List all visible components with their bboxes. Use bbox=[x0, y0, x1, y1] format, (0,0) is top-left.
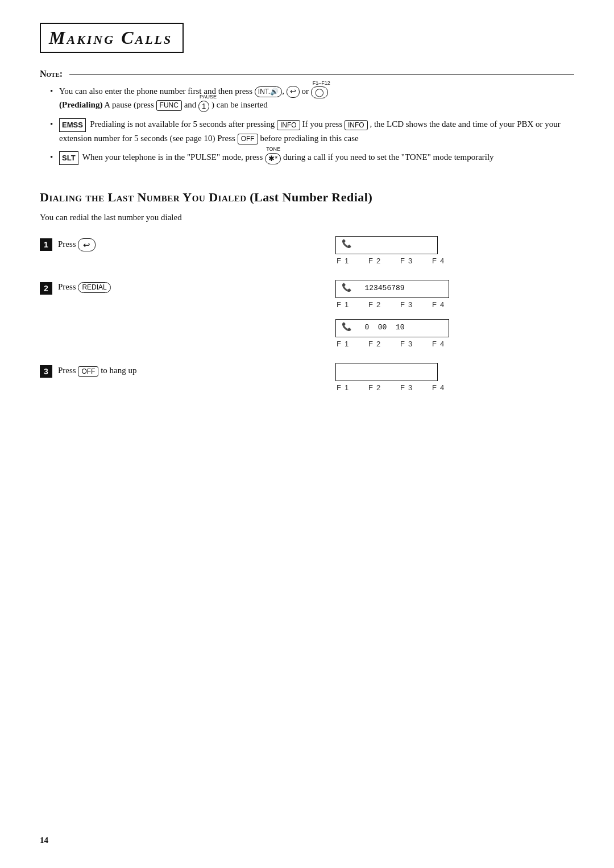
step-3-right: F1 F2 F3 F4 bbox=[313, 363, 574, 396]
note-divider bbox=[69, 74, 574, 75]
section-heading-part1: Dialing the Last Number You Dialed bbox=[40, 190, 247, 204]
step-2-fkeys2: F1 F2 F3 F4 bbox=[335, 340, 447, 348]
key-redial: REDIAL bbox=[78, 282, 110, 293]
key-info-1: INFO bbox=[277, 120, 300, 131]
step-2-number: 2 bbox=[40, 282, 52, 295]
step-2-lcd2: 📞 0 00 10 F1 F2 F3 F4 bbox=[335, 319, 449, 348]
step-2: 2 Press REDIAL 📞 123456789 F1 F2 F3 F4 📞… bbox=[40, 280, 574, 353]
step-1-label: Press ↩ bbox=[58, 238, 96, 251]
note-bullet-1: You can also enter the phone number firs… bbox=[50, 85, 574, 112]
step-1-fkeys: F1 F2 F3 F4 bbox=[335, 257, 447, 265]
key-send: ↩ bbox=[287, 86, 300, 97]
step-2-phone-icon2: 📞 bbox=[342, 323, 351, 332]
step-1: 1 Press ↩ 📞 F1 F2 F3 F4 bbox=[40, 236, 574, 270]
predialing-label: (Predialing) bbox=[59, 100, 102, 109]
step-3-number: 3 bbox=[40, 365, 52, 378]
section-intro: You can redial the last number you diale… bbox=[40, 213, 574, 222]
key-pause-label: PAUSE bbox=[200, 93, 217, 101]
step-2-right: 📞 123456789 F1 F2 F3 F4 📞 0 00 10 F1 F2 … bbox=[313, 280, 574, 353]
step-2-left: 2 Press REDIAL bbox=[40, 280, 313, 295]
note-bullets: You can also enter the phone number firs… bbox=[40, 85, 574, 165]
step-2-lcd2-screen: 📞 0 00 10 bbox=[335, 319, 449, 337]
key-int: INT.🔊 bbox=[255, 86, 282, 97]
key-step1-send: ↩ bbox=[78, 238, 96, 251]
step-1-number: 1 bbox=[40, 238, 52, 251]
step-2-lcd1-screen: 📞 123456789 bbox=[335, 280, 449, 298]
key-func: FUNC bbox=[156, 100, 182, 111]
page-title: Making Calls bbox=[49, 27, 172, 48]
step-2-label: Press REDIAL bbox=[58, 282, 111, 293]
step-2-fkeys1: F1 F2 F3 F4 bbox=[335, 300, 447, 309]
step-3: 3 Press OFF to hang up F1 F2 F3 F4 bbox=[40, 363, 574, 396]
note-label: Note: bbox=[40, 69, 574, 79]
page-number: 14 bbox=[40, 836, 48, 845]
key-circle: ◯ bbox=[311, 86, 328, 99]
key-info-2: INFO bbox=[345, 120, 368, 131]
note-bullet-2: EMSS Predialing is not available for 5 s… bbox=[50, 118, 574, 145]
key-tone-star: ✱* bbox=[265, 153, 281, 164]
step-2-phone-icon1: 📞 bbox=[342, 283, 351, 292]
badge-emss: EMSS bbox=[59, 118, 86, 132]
section-heading-part2: (Last Number Redial) bbox=[250, 190, 372, 204]
step-1-left: 1 Press ↩ bbox=[40, 236, 313, 251]
section-heading: Dialing the Last Number You Dialed (Last… bbox=[40, 190, 574, 205]
step-2-lcd1: 📞 123456789 F1 F2 F3 F4 bbox=[335, 280, 449, 309]
key-1: 1 bbox=[198, 101, 209, 112]
step-1-lcd: 📞 F1 F2 F3 F4 bbox=[335, 236, 447, 265]
step-3-left: 3 Press OFF to hang up bbox=[40, 363, 313, 378]
bullet1-text: You can also enter the phone number firs… bbox=[59, 86, 328, 109]
step-2-lcd2-content: 0 00 10 bbox=[356, 323, 405, 332]
badge-slt: SLT bbox=[59, 151, 78, 165]
step-1-phone-icon: 📞 bbox=[342, 239, 351, 249]
note-bullet-3: SLT When your telephone is in the "PULSE… bbox=[50, 151, 574, 165]
step-3-label: Press OFF to hang up bbox=[58, 366, 137, 377]
step-3-lcd: F1 F2 F3 F4 bbox=[335, 363, 447, 392]
steps-container: 1 Press ↩ 📞 F1 F2 F3 F4 2 Press REDIAL bbox=[40, 236, 574, 407]
step-3-lcd-screen bbox=[335, 363, 438, 381]
step-3-fkeys: F1 F2 F3 F4 bbox=[335, 383, 447, 392]
step-2-lcd1-content: 123456789 bbox=[356, 284, 405, 292]
page-title-box: Making Calls bbox=[40, 23, 184, 53]
key-off-1: OFF bbox=[238, 134, 258, 144]
note-text: Note: bbox=[40, 69, 63, 79]
note-section: Note: You can also enter the phone numbe… bbox=[40, 69, 574, 165]
step-1-right: 📞 F1 F2 F3 F4 bbox=[313, 236, 574, 270]
step-1-lcd-screen: 📞 bbox=[335, 236, 438, 254]
key-off-step3: OFF bbox=[78, 366, 98, 377]
